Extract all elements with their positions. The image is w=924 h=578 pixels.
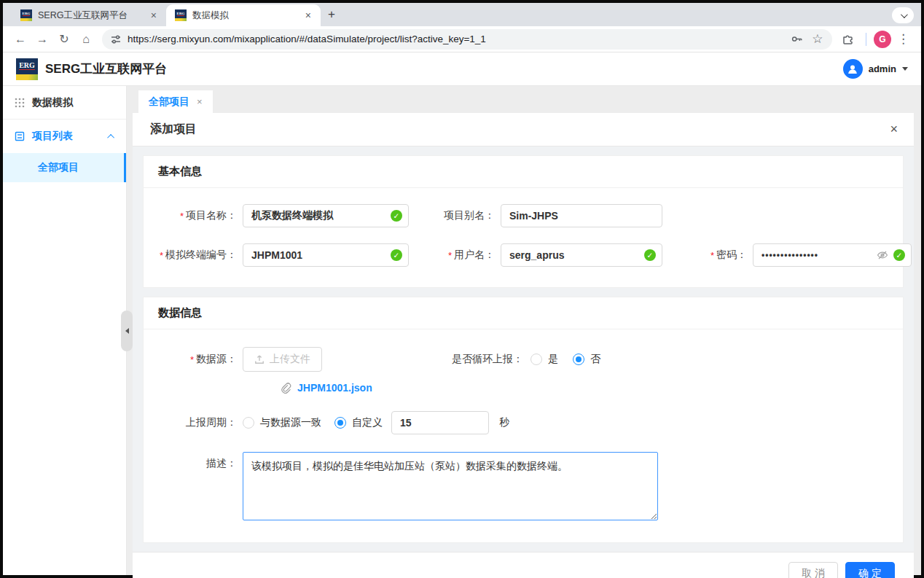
row-report-period: 上报周期： 与数据源一致 自定义 秒 [155,411,891,434]
reload-icon[interactable]: ↻ [54,29,74,50]
browser-menu-icon[interactable]: ⋮ [893,31,914,47]
new-tab-button[interactable]: + [328,7,335,22]
username-label: *用户名： [415,249,495,262]
list-doc-icon [15,131,25,141]
check-circle-icon: ✓ [644,249,656,261]
app-header: ERG SERG工业互联网平台 admin [3,52,921,86]
erg-favicon: ERG [175,9,187,21]
loop-report-label: 是否循环上报： [452,353,523,366]
tab-close-icon[interactable]: × [149,9,159,21]
user-avatar-icon [843,59,863,79]
report-period-label: 上报周期： [155,416,237,429]
home-icon[interactable]: ⌂ [76,29,96,50]
field-empty [662,204,912,227]
custom-period-input[interactable] [391,411,489,434]
browser-tab-strip: ERG SERG工业互联网平台 × ERG 数据模拟 × + [3,3,921,26]
required-mark: * [180,211,184,222]
field-project-name: *项目名称： ✓ [155,204,415,227]
data-info-fields: *数据源： 上传文件 是否循环上报： 是 [144,329,903,542]
radio-loop-yes[interactable]: 是 [530,353,558,366]
chevron-up-icon [107,133,114,141]
sidebar-item-label: 全部项目 [38,161,79,174]
confirm-button[interactable]: 确 定 [845,562,895,578]
content-area: 全部项目 × 添加项目 × 基本信息 *项目名称： [127,86,921,575]
workspace-tab-close-icon[interactable]: × [197,96,203,107]
radio-same-as-source[interactable]: 与数据源一致 [243,416,321,429]
sidebar-group-project-list[interactable]: 项目列表 [3,120,126,153]
workspace-tab-all-projects[interactable]: 全部项目 × [138,90,213,113]
browser-profile-avatar[interactable]: G [874,31,891,48]
browser-window: ERG SERG工业互联网平台 × ERG 数据模拟 × + ← → ↻ ⌂ h… [0,0,924,578]
browser-tab-data-sim[interactable]: ERG 数据模拟 × [166,4,321,26]
radio-custom[interactable]: 自定义 [334,416,383,429]
sidebar-group-label: 项目列表 [32,130,73,143]
tab-title: SERG工业互联网平台 [38,9,144,22]
uploaded-file-link[interactable]: JHPM1001.json [297,382,372,394]
eye-invisible-icon[interactable] [877,249,888,261]
form-body: 基本信息 *项目名称： ✓ 项目别名： [133,147,914,552]
panel-title: 添加项目 [150,122,197,137]
radio-checked-icon [334,417,346,429]
url-bar[interactable]: https://serg.mixyun.com/mixapplication/#… [102,29,832,50]
project-name-input[interactable] [243,204,409,227]
panel-header: 添加项目 × [133,113,914,147]
sidebar: 数据模拟 项目列表 全部项目 [3,86,127,575]
add-project-panel: 添加项目 × 基本信息 *项目名称： ✓ [133,113,914,565]
panel-close-icon[interactable]: × [890,122,898,137]
radio-icon [530,354,542,365]
sidebar-module-data-sim[interactable]: 数据模拟 [3,86,126,120]
loop-report-group: 是否循环上报： 是 否 [452,353,600,366]
description-textarea[interactable]: 该模拟项目，模拟的是佳华电站加压站（泵站）数据采集的数据终端。 [243,452,658,520]
check-circle-icon: ✓ [893,249,905,261]
url-text[interactable]: https://serg.mixyun.com/mixapplication/#… [128,34,782,44]
required-mark: * [160,250,163,261]
forward-icon[interactable]: → [32,29,52,50]
project-alias-input[interactable] [501,204,662,227]
username-input[interactable] [501,243,662,267]
chevron-down-icon [900,11,907,18]
tab-search-button[interactable] [892,7,914,23]
back-icon[interactable]: ← [10,29,31,50]
tab-title: 数据模拟 [192,9,299,22]
project-alias-label: 项目别名： [415,209,495,222]
required-mark: * [448,250,452,261]
erg-logo: ERG [16,58,38,80]
sidebar-item-all-projects[interactable]: 全部项目 [3,153,126,182]
period-unit-label: 秒 [499,416,509,429]
radio-checked-icon [573,354,584,365]
data-info-title: 数据信息 [144,297,903,329]
project-name-label: *项目名称： [155,209,237,222]
collapse-left-icon [122,328,129,334]
required-mark: * [710,250,714,261]
browser-address-bar: ← → ↻ ⌂ https://serg.mixyun.com/mixappli… [3,26,921,52]
workspace-tab-bar: 全部项目 × [127,86,921,113]
basic-info-fields: *项目名称： ✓ 项目别名： *模拟终端编 [144,188,903,287]
tab-close-icon[interactable]: × [303,9,313,21]
paperclip-icon [281,383,291,394]
row-datasource: *数据源： 上传文件 是否循环上报： 是 [155,347,891,372]
terminal-no-label: *模拟终端编号： [155,249,237,262]
username-label: admin [869,63,896,74]
extensions-puzzle-icon[interactable] [838,29,858,50]
bookmark-star-icon[interactable]: ☆ [812,31,823,47]
upload-file-button[interactable]: 上传文件 [243,347,322,372]
cancel-button[interactable]: 取 消 [788,562,838,578]
sidebar-collapse-handle[interactable] [121,311,133,351]
field-terminal-no: *模拟终端编号： ✓ [155,243,415,267]
browser-tab-serg[interactable]: ERG SERG工业互联网平台 × [12,4,166,26]
app-title: SERG工业互联网平台 [45,60,167,77]
password-label: *密码： [662,249,747,262]
grid-dots-icon [15,98,25,108]
password-key-icon[interactable] [791,33,803,45]
upload-icon [254,354,265,364]
field-password: *密码： ✓ [662,243,912,267]
terminal-no-input[interactable] [243,243,409,267]
form-footer: 取 消 确 定 [133,552,914,578]
row-uploaded-file: JHPM1001.json [155,382,891,394]
radio-loop-no[interactable]: 否 [573,353,600,366]
basic-info-card: 基本信息 *项目名称： ✓ 项目别名： [143,155,904,288]
field-project-alias: 项目别名： [415,204,662,227]
user-menu[interactable]: admin [843,59,908,79]
site-settings-icon[interactable] [111,34,121,44]
field-username: *用户名： ✓ [415,243,662,267]
